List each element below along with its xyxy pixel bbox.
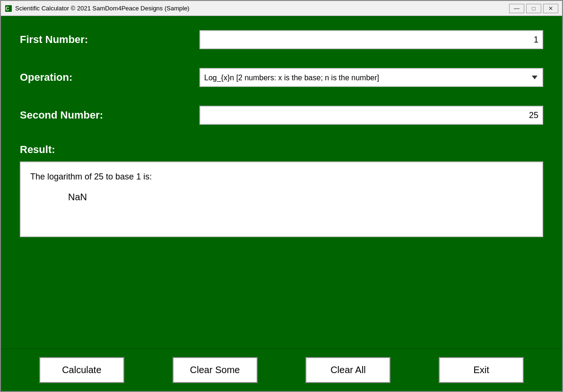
title-bar: C Scientific Calculator © 2021 SamDom4Pe… (1, 1, 562, 16)
clear-all-button[interactable]: Clear All (305, 357, 390, 383)
first-number-input[interactable] (199, 30, 543, 49)
button-bar: Calculate Clear Some Clear All Exit (1, 349, 562, 391)
result-label: Result: (20, 144, 543, 156)
first-number-row: First Number: (20, 30, 543, 49)
second-number-label: Second Number: (20, 109, 199, 121)
result-description: The logarithm of 25 to base 1 is: (30, 170, 533, 184)
calculate-button[interactable]: Calculate (39, 357, 124, 383)
app-icon: C (5, 5, 12, 12)
close-button[interactable]: ✕ (543, 4, 558, 13)
svg-text:C: C (6, 6, 9, 11)
minimize-button[interactable]: — (509, 4, 524, 13)
title-bar-text: Scientific Calculator © 2021 SamDom4Peac… (15, 5, 509, 12)
operation-label: Operation: (20, 71, 199, 84)
main-content: First Number: Operation: Log_{x}n [2 num… (1, 16, 562, 349)
second-number-row: Second Number: (20, 106, 543, 125)
result-value: NaN (68, 189, 533, 205)
title-bar-controls: — □ ✕ (509, 4, 558, 13)
operation-row: Operation: Log_{x}n [2 numbers: x is the… (20, 68, 543, 87)
result-section: Result: The logarithm of 25 to base 1 is… (20, 144, 543, 237)
maximize-button[interactable]: □ (526, 4, 541, 13)
result-box: The logarithm of 25 to base 1 is: NaN (20, 162, 543, 237)
operation-select[interactable]: Log_{x}n [2 numbers: x is the base; n is… (199, 68, 543, 87)
second-number-input[interactable] (199, 106, 543, 125)
clear-some-button[interactable]: Clear Some (173, 357, 258, 383)
first-number-label: First Number: (20, 34, 199, 46)
exit-button[interactable]: Exit (439, 357, 524, 383)
main-window: C Scientific Calculator © 2021 SamDom4Pe… (0, 0, 563, 392)
